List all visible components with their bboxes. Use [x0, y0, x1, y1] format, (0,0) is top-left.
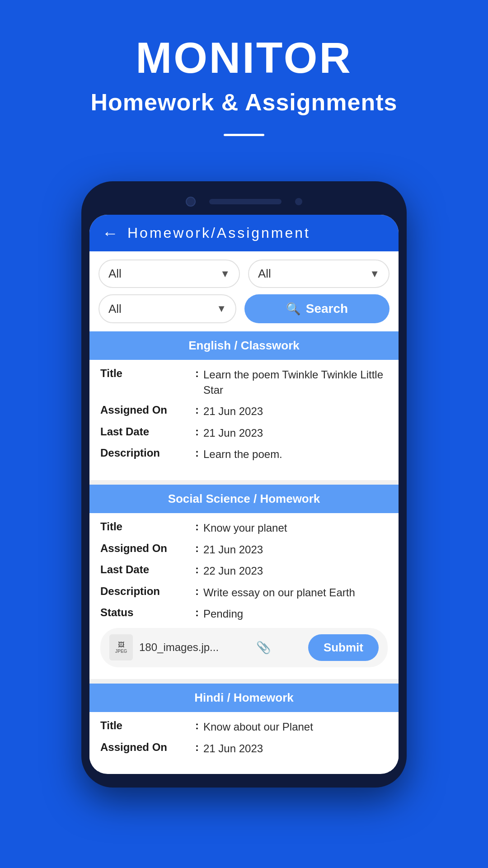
colon-2: : [195, 404, 199, 416]
attachment-icon[interactable]: 📎 [256, 641, 271, 655]
assignment-card-3: Hindi / Homework Title : Know about our … [89, 684, 399, 771]
card-body-3: Title : Know about our Planet Assigned O… [89, 712, 399, 771]
back-button[interactable]: ← [102, 225, 118, 241]
value-lastdate-2: 22 Jun 2023 [203, 563, 388, 579]
label-lastdate-2: Last Date [100, 563, 191, 576]
card-header-1: English / Classwork [89, 331, 399, 360]
colon-7: : [195, 563, 199, 576]
submit-button[interactable]: Submit [308, 634, 379, 661]
phone-mockup: ← Homework/Assignment All ▼ All ▼ [81, 181, 407, 788]
filter-row-2: All ▼ 🔍 Search [89, 288, 399, 331]
phone-top-bar [89, 192, 399, 215]
search-button[interactable]: 🔍 Search [244, 294, 389, 323]
card-header-2: Social Science / Homework [89, 485, 399, 513]
assignment-card-1: English / Classwork Title : Learn the po… [89, 331, 399, 477]
label-status-2: Status [100, 606, 191, 619]
app-header: ← Homework/Assignment [89, 215, 399, 251]
file-name-label: 180_images.jp... [139, 641, 219, 654]
filter-dropdown-2[interactable]: All ▼ [248, 259, 389, 288]
card-subject-1: English / Classwork [188, 339, 300, 352]
value-assigned-2: 21 Jun 2023 [203, 542, 388, 557]
colon-3: : [195, 425, 199, 438]
label-assigned-2: Assigned On [100, 542, 191, 555]
file-left: 🖼 JPEG 180_images.jp... [109, 634, 219, 660]
file-icon: 🖼 JPEG [109, 634, 133, 660]
card-subject-2: Social Science / Homework [168, 492, 320, 505]
card-header-3: Hindi / Homework [89, 684, 399, 712]
card-body-2: Title : Know your planet Assigned On : 2… [89, 513, 399, 676]
header-divider [224, 134, 264, 136]
label-title-3: Title [100, 719, 191, 732]
colon-9: : [195, 606, 199, 619]
card-row-desc-2: Description : Write essay on our planet … [100, 585, 388, 600]
chevron-down-icon-1: ▼ [220, 268, 230, 280]
colon-11: : [195, 741, 199, 754]
card-row-lastdate-2: Last Date : 22 Jun 2023 [100, 563, 388, 579]
card-row-assigned-2: Assigned On : 21 Jun 2023 [100, 542, 388, 557]
filter3-value: All [108, 302, 122, 316]
screen-title: Homework/Assignment [127, 225, 310, 241]
value-assigned-3: 21 Jun 2023 [203, 741, 388, 756]
phone-speaker [209, 199, 282, 204]
phone-dot [295, 198, 302, 205]
label-lastdate-1: Last Date [100, 425, 191, 438]
value-assigned-1: 21 Jun 2023 [203, 404, 388, 419]
card-row-desc-1: Description : Learn the poem. [100, 447, 388, 462]
assignment-card-2: Social Science / Homework Title : Know y… [89, 485, 399, 676]
filter-row-1: All ▼ All ▼ [89, 251, 399, 288]
card-row-title-2: Title : Know your planet [100, 520, 388, 536]
value-lastdate-1: 21 Jun 2023 [203, 425, 388, 441]
value-title-2: Know your planet [203, 520, 388, 536]
label-assigned-1: Assigned On [100, 404, 191, 416]
card-row-assigned-1: Assigned On : 21 Jun 2023 [100, 404, 388, 419]
phone-screen: ← Homework/Assignment All ▼ All ▼ [89, 215, 399, 774]
label-desc-2: Description [100, 585, 191, 598]
page-header: MONITOR Homework & Assignments [0, 0, 488, 154]
jpeg-icon: 🖼 [118, 642, 124, 648]
card-body-1: Title : Learn the poem Twinkle Twinkle L… [89, 360, 399, 477]
colon-6: : [195, 542, 199, 555]
value-desc-2: Write essay on our planet Earth [203, 585, 388, 600]
colon-5: : [195, 520, 199, 533]
label-desc-1: Description [100, 447, 191, 459]
search-icon: 🔍 [286, 302, 300, 316]
search-button-label: Search [306, 302, 348, 316]
label-title-2: Title [100, 520, 191, 533]
card-row-title-3: Title : Know about our Planet [100, 719, 388, 735]
phone-shell: ← Homework/Assignment All ▼ All ▼ [81, 181, 407, 788]
filter-dropdown-3[interactable]: All ▼ [99, 294, 236, 323]
chevron-down-icon-3: ▼ [216, 303, 226, 315]
value-title-3: Know about our Planet [203, 719, 388, 735]
label-title-1: Title [100, 367, 191, 380]
value-desc-1: Learn the poem. [203, 447, 388, 462]
card-subject-3: Hindi / Homework [194, 691, 294, 704]
card-row-title-1: Title : Learn the poem Twinkle Twinkle L… [100, 367, 388, 397]
card-row-lastdate-1: Last Date : 21 Jun 2023 [100, 425, 388, 441]
value-title-1: Learn the poem Twinkle Twinkle Little St… [203, 367, 388, 397]
filter2-value: All [258, 267, 271, 281]
colon-1: : [195, 367, 199, 380]
main-title: MONITOR [18, 36, 470, 80]
card-row-assigned-3: Assigned On : 21 Jun 2023 [100, 741, 388, 756]
filter1-value: All [108, 267, 122, 281]
colon-4: : [195, 447, 199, 459]
colon-10: : [195, 719, 199, 732]
divider-1 [89, 480, 399, 485]
card-row-status-2: Status : Pending [100, 606, 388, 622]
chevron-down-icon-2: ▼ [370, 268, 380, 280]
value-status-2: Pending [203, 606, 388, 622]
label-assigned-3: Assigned On [100, 741, 191, 754]
file-attachment-row: 🖼 JPEG 180_images.jp... 📎 Submit [100, 628, 388, 667]
colon-8: : [195, 585, 199, 598]
filter-dropdown-1[interactable]: All ▼ [99, 259, 240, 288]
file-type-label: JPEG [115, 649, 127, 654]
main-subtitle: Homework & Assignments [18, 89, 470, 116]
phone-camera [186, 197, 196, 207]
divider-2 [89, 679, 399, 684]
